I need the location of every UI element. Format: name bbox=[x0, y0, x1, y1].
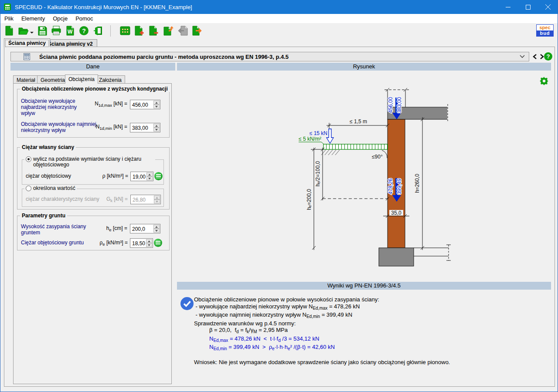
check-icon bbox=[180, 297, 194, 311]
app-icon bbox=[3, 3, 11, 11]
maximize-button[interactable] bbox=[518, 0, 538, 14]
spin-down[interactable] bbox=[153, 229, 160, 233]
group-soil-title: Parametry gruntu bbox=[20, 213, 67, 219]
dane-panel: Obciążenia obliczeniowe pionowe z wyższy… bbox=[13, 83, 172, 384]
results-header: Wyniki wg PN-EN 1996-3/4.5 bbox=[177, 282, 551, 290]
specbud-logo: specbud bbox=[536, 24, 554, 37]
menu-plik[interactable]: Plik bbox=[0, 14, 17, 23]
spin-up[interactable] bbox=[153, 101, 160, 105]
soil-density-input[interactable]: 18,50 bbox=[130, 238, 153, 248]
add-element-icon[interactable] bbox=[134, 26, 145, 36]
title-bar: SPECBUD - Kalkulator Konstrukcji Murowyc… bbox=[0, 0, 558, 14]
tab-label: Ściana piwnicy bbox=[8, 40, 46, 46]
load-min-input[interactable]: 383,00 bbox=[130, 123, 160, 132]
svg-text:W: W bbox=[68, 29, 73, 35]
tab-sciana-piwnicy-v2[interactable]: Ściana piwnicy v2 bbox=[44, 39, 97, 47]
option-value-box: określona wartość ciężar charakterystycz… bbox=[22, 189, 164, 207]
drawing-settings-gear-icon[interactable] bbox=[540, 77, 548, 87]
next-element-icon[interactable] bbox=[192, 26, 202, 36]
tab-zalozenia[interactable]: Założenia bbox=[95, 75, 125, 84]
group-self-weight: Ciężar własny ściany wylicz na podstawie… bbox=[17, 147, 170, 210]
spin-down[interactable] bbox=[153, 128, 160, 132]
help-circle-icon[interactable]: ? bbox=[544, 52, 552, 61]
radio-calc[interactable] bbox=[26, 156, 31, 162]
char-weight-label: ciężar charakterystyczny ściany bbox=[26, 196, 99, 202]
tab-sciana-piwnicy[interactable]: Ściana piwnicy bbox=[4, 38, 50, 47]
spin-up[interactable] bbox=[153, 124, 160, 128]
menu-elementy[interactable]: Elementy bbox=[17, 14, 49, 23]
spin-down[interactable] bbox=[146, 176, 153, 180]
element-type-selector[interactable]: Ściana piwnic poddana poziomemu parciu g… bbox=[10, 52, 529, 61]
n2-min-label: 399,49 bbox=[396, 178, 402, 194]
density-label: ciężar objętościowy bbox=[26, 173, 71, 179]
duplicate-element-icon[interactable] bbox=[163, 26, 174, 36]
result-line: NEd,max = 478,26 kN < t·l·fd /3 = 534,12… bbox=[194, 335, 548, 344]
material-table-icon[interactable] bbox=[154, 172, 163, 180]
close-button[interactable] bbox=[538, 0, 558, 14]
spin-up[interactable] bbox=[153, 225, 160, 229]
load-min-symbol: N1d,min [kN] = bbox=[96, 124, 127, 131]
density-input[interactable]: 19,00 bbox=[130, 172, 153, 181]
new-document-icon[interactable] bbox=[4, 26, 14, 36]
spin-down[interactable] bbox=[146, 243, 152, 247]
print-icon[interactable] bbox=[51, 26, 61, 36]
option-calc[interactable]: wylicz na podstawie wymiarów ściany i ci… bbox=[24, 156, 155, 168]
radio-value[interactable] bbox=[26, 186, 31, 191]
n2-max-label: 478,26 bbox=[388, 178, 394, 194]
delete-element-icon[interactable] bbox=[149, 26, 159, 36]
tab-page: Ściana piwnic poddana poziomemu parciu g… bbox=[4, 47, 555, 387]
soil-table-icon[interactable] bbox=[154, 239, 162, 247]
spin-up[interactable] bbox=[146, 239, 152, 243]
point-load-arrow bbox=[327, 129, 333, 143]
backfill-height-input[interactable]: 200,0 bbox=[130, 224, 160, 233]
tab-geometria[interactable]: Geometria bbox=[37, 75, 68, 84]
spin-down[interactable] bbox=[153, 105, 160, 108]
calculator-icon bbox=[24, 53, 30, 60]
elements-manager-icon[interactable] bbox=[120, 26, 130, 36]
point-load-label: ≤ 15 kN bbox=[310, 130, 327, 136]
option-value[interactable]: określona wartość bbox=[24, 186, 77, 192]
group-loads: Obciążenia obliczeniowe pionowe z wyższy… bbox=[17, 89, 170, 138]
export-word-icon[interactable]: W bbox=[65, 26, 75, 36]
group-self-weight-title: Ciężar własny ściany bbox=[20, 144, 76, 150]
menu-pomoc[interactable]: Pomoc bbox=[71, 14, 97, 23]
result-line: Obciążenie obliczeniowe pionowe w połowi… bbox=[194, 296, 548, 303]
help-icon[interactable]: ? bbox=[79, 26, 89, 36]
n1-min-label: 383,00 bbox=[396, 97, 402, 113]
previous-element-icon[interactable] bbox=[177, 26, 188, 36]
angle-label: ≤90° bbox=[372, 154, 383, 160]
result-line: β = 20,0, fd = fk/γM = 2,95 MPa bbox=[194, 327, 548, 335]
minimize-button[interactable] bbox=[498, 0, 518, 14]
spin-up[interactable] bbox=[154, 196, 160, 199]
foundation bbox=[379, 248, 414, 266]
spin-down[interactable] bbox=[154, 199, 160, 203]
group-loads-title: Obciążenia obliczeniowe pionowe z wyższy… bbox=[20, 86, 170, 92]
save-icon[interactable] bbox=[37, 26, 47, 36]
result-conclusion: Wniosek: Nie jest wymagane dodatkowe spr… bbox=[194, 359, 548, 366]
menu-opcje[interactable]: Opcje bbox=[49, 14, 71, 23]
prev-arrow-icon[interactable] bbox=[533, 54, 537, 61]
load-max-input[interactable]: 456,00 bbox=[130, 100, 160, 109]
result-line: NEd,min = 399,49 kN > ρe·l·h·he² /(β·t) … bbox=[194, 344, 548, 352]
logo-bud: bud bbox=[537, 30, 553, 36]
result-line: - wywołujące najmniej niekorzystny wpływ… bbox=[194, 311, 548, 320]
tab-obciazenia[interactable]: Obciążenia bbox=[65, 74, 98, 84]
ground-hatch bbox=[321, 150, 340, 155]
dim-he: hₑ=200,0 bbox=[306, 189, 312, 210]
spin-up[interactable] bbox=[146, 172, 153, 176]
next-arrow-icon[interactable] bbox=[540, 54, 544, 61]
char-weight-symbol: Gk [kN] = bbox=[106, 196, 128, 203]
load-max-symbol: N1d,max [kN] = bbox=[95, 101, 127, 108]
open-file-icon[interactable] bbox=[18, 26, 34, 36]
dist-load-label: ≤ 5 kN/m² bbox=[299, 136, 321, 142]
soil-density-label: Ciężar objętościowy gruntu bbox=[21, 240, 106, 246]
results-text: Obciążenie obliczeniowe pionowe w połowi… bbox=[194, 296, 548, 365]
char-weight-input[interactable]: 26,80 bbox=[130, 195, 161, 204]
menu-bar: Plik Elementy Opcje Pomoc bbox=[0, 14, 558, 23]
open-dropdown-caret[interactable] bbox=[30, 32, 34, 34]
dim-he2: hₑ/2=100,0 bbox=[315, 161, 321, 187]
tab-material[interactable]: Materiał bbox=[13, 75, 39, 84]
exit-icon[interactable] bbox=[93, 26, 103, 36]
group-soil: Parametry gruntu Wysokość zasypania ścia… bbox=[17, 216, 170, 250]
chevron-down-icon[interactable] bbox=[520, 55, 525, 58]
